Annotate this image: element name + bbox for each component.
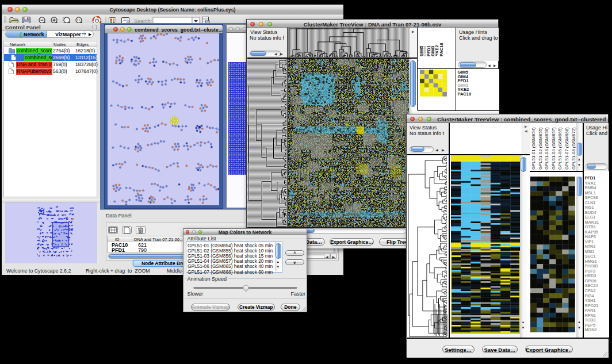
svg-text:GPL51-07 (GSM868): GPL51-07 (GSM868) (564, 127, 569, 170)
svg-text:1:1: 1:1 (77, 19, 81, 22)
svg-text:GPL51-06 (GSM865): GPL51-06 (GSM865) (557, 127, 563, 170)
svg-text:GPL51-02 (GSM855): GPL51-02 (GSM855) (537, 127, 542, 170)
svg-text:GPL51-01 (GSM854): GPL51-01 (GSM854) (531, 127, 536, 170)
svg-text:GPL51-08 (GSM872): GPL51-08 (GSM872) (571, 127, 576, 170)
svg-text:GPL51-04 (GSM857): GPL51-04 (GSM857) (550, 127, 556, 170)
svg-text:PAC10: PAC10 (439, 43, 444, 56)
svg-text:GPL51-03 (GSM856): GPL51-03 (GSM856) (544, 127, 549, 170)
